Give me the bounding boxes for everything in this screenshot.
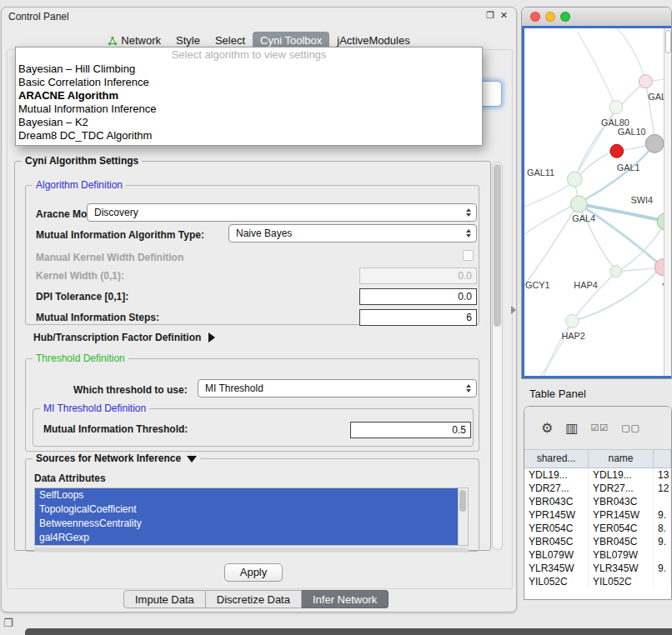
scrollbar-thumb[interactable] [494, 164, 501, 327]
manual-kernel-width-checkbox[interactable] [463, 250, 474, 261]
attributes-hscrollbar[interactable] [34, 548, 469, 552]
network-node[interactable] [565, 314, 579, 328]
tab-infer-network[interactable]: Infer Network [302, 590, 389, 608]
column-header-name[interactable]: name [589, 450, 654, 468]
column-header-shared-name[interactable]: shared... [524, 450, 589, 468]
table-cell[interactable]: YLR345W [589, 562, 654, 575]
which-threshold-combobox[interactable]: MI Threshold [198, 379, 477, 398]
network-node[interactable] [610, 266, 622, 278]
dropdown-item[interactable]: Mutual Information Inference [16, 102, 482, 116]
kernel-width-input[interactable] [359, 268, 477, 284]
table-cell[interactable]: YDL19... [589, 468, 654, 482]
table-row[interactable]: YPR145WYPR145W9. [524, 508, 671, 522]
dpi-tolerance-input[interactable] [359, 288, 477, 305]
table-cell[interactable]: YPR145W [589, 508, 654, 522]
attribute-item[interactable]: TopologicalCoefficient [35, 502, 458, 517]
table-cell[interactable]: YER054C [524, 522, 589, 535]
scrollbar-thumb[interactable] [459, 490, 466, 512]
table-cell[interactable]: 9. [654, 562, 671, 575]
network-edge[interactable] [577, 32, 615, 108]
network-edge[interactable] [610, 28, 646, 82]
zoom-traffic-light-icon[interactable] [560, 12, 570, 22]
table-row[interactable]: YBR043CYBR043C [524, 495, 671, 508]
network-edge[interactable] [645, 82, 654, 138]
apply-button[interactable]: Apply [224, 563, 283, 582]
attribute-item[interactable]: BetweennessCentrality [35, 517, 458, 531]
network-graph[interactable]: GALGAL80GAL10GAL11GAL1SWI4GAL4GCY1HAP4HA… [524, 28, 671, 376]
network-node[interactable] [609, 101, 623, 114]
table-cell[interactable]: YBR045C [524, 535, 589, 548]
network-node[interactable] [610, 144, 624, 158]
table-row[interactable]: YBL079WYBL079W [524, 548, 671, 562]
table-cell[interactable]: YBL079W [524, 548, 589, 562]
hub-definition-expander[interactable]: Hub/Transcription Factor Definition [33, 332, 215, 343]
tab-impute-data[interactable]: Impute Data [123, 590, 206, 608]
column-header-partial[interactable] [654, 450, 671, 468]
settings-scrollbar[interactable] [492, 162, 503, 550]
network-scrollbar[interactable] [664, 28, 671, 376]
minimize-traffic-light-icon[interactable] [545, 12, 555, 22]
table-row[interactable]: YBR045CYBR045C9. [524, 535, 671, 548]
table-cell[interactable]: YER054C [589, 522, 654, 535]
table-cell[interactable]: YBR043C [589, 495, 654, 508]
table-cell[interactable]: YIL052C [589, 575, 654, 588]
table-cell[interactable] [654, 575, 671, 588]
table-row[interactable]: YDL19...YDL19...13 [524, 468, 671, 482]
table-cell[interactable]: YLR345W [524, 562, 589, 575]
table-cell[interactable]: YBR043C [524, 495, 589, 508]
table-row[interactable]: YDR27...YDR27...12 [524, 482, 671, 495]
dropdown-item[interactable]: Dream8 DC_TDC Algorithm [16, 129, 482, 142]
table-cell[interactable]: 9. [654, 508, 671, 522]
table-cell[interactable]: 9. [654, 535, 671, 548]
table-cell[interactable]: YDL19... [524, 468, 589, 482]
aracne-mode-combobox[interactable]: Discovery [87, 203, 477, 222]
restore-panel-icon[interactable]: ❐ [3, 617, 13, 629]
network-view-window: GALGAL80GAL10GAL11GAL1SWI4GAL4GCY1HAP4HA… [521, 7, 672, 379]
table-cell[interactable]: YDR27... [524, 482, 589, 495]
data-attributes-list[interactable]: SelfLoops TopologicalCoefficient Between… [34, 488, 469, 546]
panel-splitter-arrow-icon[interactable] [511, 306, 516, 314]
column-chooser-icon[interactable]: ▥ [565, 420, 578, 436]
network-edge[interactable] [524, 184, 570, 207]
network-edge[interactable] [524, 211, 574, 286]
mi-steps-input[interactable] [359, 309, 477, 326]
table-cell[interactable]: 12 [654, 482, 671, 495]
close-window-icon[interactable]: ✕ [500, 10, 508, 21]
dropdown-item[interactable]: Basic Correlation Inference [16, 76, 482, 89]
network-edge[interactable] [572, 272, 656, 322]
sources-title[interactable]: Sources for Network Inference [33, 452, 200, 464]
table-cell[interactable]: 13 [654, 468, 671, 482]
network-node[interactable] [570, 196, 587, 212]
table-cell[interactable]: YBR045C [589, 535, 654, 548]
float-window-icon[interactable]: ❐ [486, 10, 494, 21]
close-traffic-light-icon[interactable] [530, 12, 540, 22]
network-edge[interactable] [524, 206, 572, 234]
table-cell[interactable]: YDR27... [589, 482, 654, 495]
table-cell[interactable]: YPR145W [524, 508, 589, 522]
network-node[interactable] [645, 134, 664, 152]
table-cell[interactable] [654, 495, 671, 508]
mi-threshold-input[interactable] [350, 422, 471, 438]
dropdown-item[interactable]: Bayesian – Hill Climbing [16, 62, 482, 76]
attributes-scrollbar[interactable] [458, 488, 468, 545]
scrollbar-thumb[interactable] [665, 30, 671, 53]
dropdown-item[interactable]: Bayesian – K2 [16, 116, 482, 129]
select-all-icon[interactable]: ☑☑ [590, 422, 609, 433]
tab-discretize-data[interactable]: Discretize Data [206, 590, 302, 608]
dropdown-item-selected[interactable]: ARACNE Algorithm [16, 89, 482, 102]
table-cell[interactable]: YBL079W [589, 548, 654, 562]
table-cell[interactable]: YIL052C [524, 575, 589, 588]
mi-algorithm-type-combobox[interactable]: Naive Bayes [228, 224, 477, 242]
table-cell[interactable] [654, 548, 671, 562]
attribute-item[interactable]: gal4RGexp [35, 531, 458, 545]
network-node[interactable] [567, 172, 582, 187]
table-row[interactable]: YLR345WYLR345W9. [524, 562, 671, 575]
attribute-item[interactable]: SelfLoops [35, 488, 458, 502]
table-row[interactable]: YIL052CYIL052C [524, 575, 671, 588]
network-window-titlebar[interactable] [522, 8, 671, 27]
table-row[interactable]: YER054CYER054C8. [524, 522, 671, 535]
gear-icon[interactable]: ⚙ [541, 420, 553, 436]
network-node[interactable] [639, 75, 652, 88]
deselect-all-icon[interactable]: ▢▢ [621, 422, 640, 433]
table-cell[interactable]: 8. [654, 522, 671, 535]
